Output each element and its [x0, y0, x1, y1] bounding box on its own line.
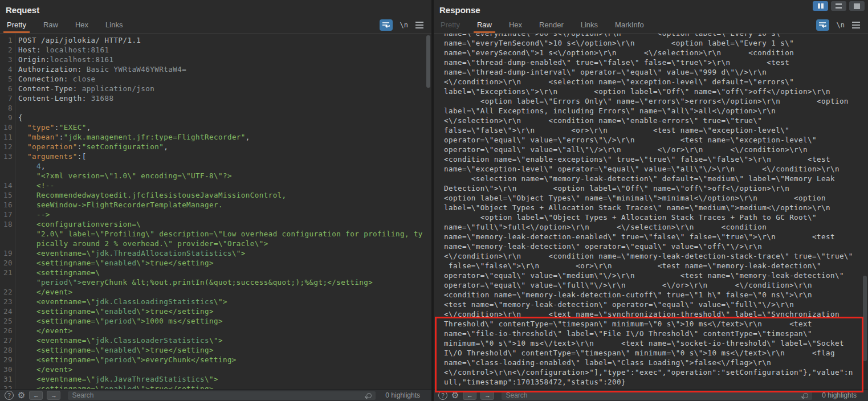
request-code-line: 15 Recommendedwaytoedit.jfcfilesistouseJ…	[2, 190, 431, 200]
request-code-line: 18 <configurationversion=\	[2, 219, 431, 229]
search-prev-button[interactable]: ←	[463, 391, 476, 400]
editor-menu-button[interactable]	[415, 21, 423, 29]
request-code-line: 20 <settingname=\"enabled\">true</settin…	[2, 258, 431, 268]
response-code-line: operator=\"equal\" value=\"full\"\/>\r\n…	[444, 280, 868, 290]
request-code-line: "<?xml version=\"1.0\" encoding=\"UTF-8\…	[2, 171, 431, 181]
response-code-line: operator=\"equal\" value=\"errors\"\/>\r…	[444, 135, 868, 145]
request-title-row: Request	[0, 0, 431, 17]
search-input[interactable]	[502, 391, 812, 400]
response-code-line: Threshold\" contentType=\"timespan\" min…	[444, 319, 868, 329]
request-code-line: 8	[2, 103, 431, 113]
response-search-bar: ? ⚙ ← → 0 highlights	[434, 389, 868, 401]
help-icon[interactable]: ?	[5, 391, 14, 400]
request-code-line: 23 <eventname=\"jdk.ClassLoadingStatisti…	[2, 297, 431, 306]
request-search-field	[68, 391, 376, 400]
request-code-line: 14 <!--	[2, 181, 431, 190]
request-code-line: 24 <settingname=\"enabled\">true</settin…	[2, 306, 431, 316]
response-code-line: false=\"false\">\r\n <or>\r\n <test name…	[444, 125, 868, 135]
request-panel-title: Request	[6, 3, 39, 15]
response-title-row: Response	[434, 0, 868, 17]
response-code-line: name=\"file-io-threshold\" label=\"File …	[444, 329, 868, 338]
response-scrollbar[interactable]	[863, 34, 867, 388]
response-code-line: <\/condition>\r\n <condition name=\"memo…	[444, 251, 868, 261]
search-prev-button[interactable]: ←	[29, 391, 43, 400]
wrap-lines-button[interactable]	[816, 19, 829, 31]
gear-icon[interactable]: ⚙	[451, 391, 459, 399]
response-code-line: name=\"exception-level\" operator=\"equa…	[444, 164, 868, 174]
request-code-line: 6Content-Type: application/json	[2, 84, 431, 93]
response-code-line: <test name=\"memory-leak-detection\" ope…	[444, 300, 868, 309]
response-editor[interactable]: name=\"everyMinute\">60 s<\/option>\r\n …	[434, 34, 868, 389]
request-code-line: 10 "type":"EXEC",	[2, 122, 431, 132]
response-code-line: minimum=\"0 s\">10 ms<\/text>\r\n <text …	[444, 338, 868, 348]
tab-response-raw[interactable]: Raw	[476, 21, 493, 33]
request-code-line: 5Connection: close	[2, 74, 431, 84]
request-scrollbar[interactable]	[426, 34, 431, 388]
newline-toggle-button[interactable]: \n	[837, 21, 845, 29]
search-icon	[803, 393, 808, 398]
request-tabbar: PrettyRawHexLinks \n	[0, 17, 431, 34]
newline-toggle-button[interactable]: \n	[400, 21, 408, 29]
tab-response-markinfo[interactable]: MarkInfo	[614, 21, 645, 33]
response-code-line: <\/selection>\r\n <condition name=\"enab…	[444, 116, 868, 125]
response-code-line: name=\"memory-leak-detection-enabled\" t…	[444, 232, 868, 242]
scrollbar-thumb[interactable]	[426, 35, 430, 88]
request-code-line: 27 <eventname=\"jdk.ClassLoaderStatistic…	[2, 335, 431, 345]
request-code-line: "period\">everyChunk &lt;%out.printIn(&q…	[2, 277, 431, 287]
request-code-line: 28 <settingname=\"enabled\">true</settin…	[2, 345, 431, 355]
request-code-line: pically around 2 % overhead.\" provider=…	[2, 239, 431, 248]
search-next-button[interactable]: →	[47, 391, 60, 400]
request-code-line: 19 <eventname=\"jdk.ThreadAllocationStat…	[2, 248, 431, 258]
tab-request-raw[interactable]: Raw	[42, 21, 59, 33]
gear-icon[interactable]: ⚙	[18, 391, 25, 399]
request-search-bar: ? ⚙ ← → 0 highlights	[0, 389, 431, 401]
request-code-line: 25 <settingname=\"period\">1000 ms</sett…	[2, 316, 431, 326]
highlights-count: 0 highlights	[385, 391, 420, 399]
columns-layout-button[interactable]	[813, 1, 828, 11]
search-input[interactable]	[68, 391, 376, 400]
search-next-button[interactable]: →	[480, 391, 494, 400]
single-layout-button[interactable]	[849, 1, 865, 11]
request-panel: Request PrettyRawHexLinks \n 1POST /api/…	[0, 0, 431, 401]
editor-menu-button[interactable]	[852, 21, 860, 29]
help-icon[interactable]: ?	[438, 391, 447, 400]
response-code-line: name=\"everyMinute\">60 s<\/option>\r\n …	[444, 34, 868, 38]
request-code-line: 7Content-Length: 31688	[2, 93, 431, 103]
request-code-line: 16 seeWindow->FlightRecorderTemplateMana…	[2, 200, 431, 210]
response-code-line: <condition name=\"memory-leak-detection-…	[444, 290, 868, 300]
tab-request-links[interactable]: Links	[104, 21, 124, 33]
request-editor[interactable]: 1POST /api/jolokia/ HTTP/1.12Host: local…	[0, 34, 431, 389]
response-editor-controls: \n	[816, 19, 860, 31]
menu-icon	[852, 22, 860, 23]
response-code-line: label=\"All Exceptions, including Errors…	[444, 106, 868, 116]
response-code-line: name=\"thread-dump-enabled\" true=\"fals…	[444, 58, 868, 67]
response-code-line: name=\"memory-leak-detection\" operator=…	[444, 242, 868, 251]
response-code-line: <\/condition>\r\n <selection name=\"exce…	[444, 77, 868, 87]
response-code-line: <\/condition>\r\n <text name=\"synchroni…	[444, 309, 868, 319]
http-message-split-view: Request PrettyRawHexLinks \n 1POST /api/…	[0, 0, 868, 401]
request-code-line: 13 "arguments":[	[2, 152, 431, 161]
response-panel: Response PrettyRawHexRenderLinksMarkInfo…	[434, 0, 868, 401]
rows-layout-button[interactable]	[831, 1, 846, 11]
wrap-lines-button[interactable]	[380, 19, 393, 31]
columns-layout-icon	[818, 3, 820, 9]
tab-response-render[interactable]: Render	[538, 21, 565, 33]
request-code-line: 4,	[2, 161, 431, 171]
response-code-line: ull,"timestamp":1701358472,"status":200}	[444, 377, 868, 387]
response-code-line: label=\"Object Types + Allocation Stack …	[444, 203, 868, 212]
tab-response-pretty[interactable]: Pretty	[439, 21, 461, 33]
tab-request-hex[interactable]: Hex	[74, 21, 89, 33]
response-code-line: <selection name=\"memory-leak-detection\…	[444, 174, 868, 183]
response-code-line: operator=\"equal\" value=\"all\"\/>\r\n …	[444, 145, 868, 154]
tab-response-links[interactable]: Links	[580, 21, 599, 33]
tab-response-hex[interactable]: Hex	[508, 21, 523, 33]
response-code-line: <option label=\"Errors Only\" name=\"err…	[444, 96, 868, 106]
tab-request-pretty[interactable]: Pretty	[6, 21, 27, 33]
request-editor-controls: \n	[380, 19, 423, 31]
request-code-line: 31 <eventname=\"jdk.JavaThreadStatistics…	[2, 374, 431, 384]
response-code-line: name=\"full\">full<\/option>\r\n <\/sele…	[444, 222, 868, 232]
menu-icon	[415, 22, 423, 23]
scrollbar-thumb[interactable]	[863, 276, 867, 361]
rows-layout-icon	[836, 3, 842, 5]
request-code-line: 22 </event>	[2, 287, 431, 297]
